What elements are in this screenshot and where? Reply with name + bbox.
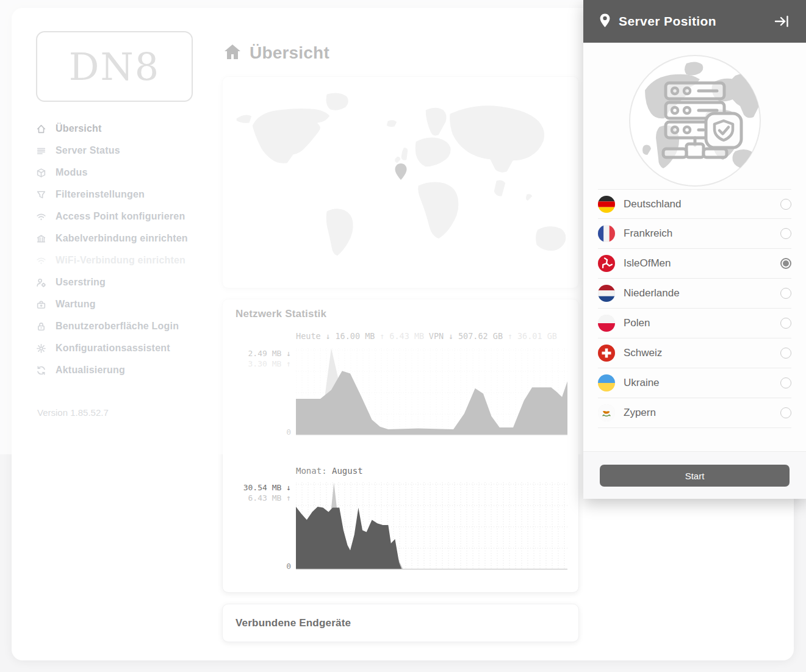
country-radio[interactable] <box>780 318 791 329</box>
country-row-isleofmen[interactable]: IsleOfMen <box>598 249 791 279</box>
country-row-deutschland[interactable]: Deutschland <box>598 189 791 219</box>
country-name: Polen <box>624 317 780 329</box>
country-list: DeutschlandFrankreichIsleOfMenNiederland… <box>598 189 791 428</box>
country-row-zypern[interactable]: Zypern <box>598 398 791 428</box>
collapse-drawer-icon[interactable] <box>774 14 790 29</box>
drawer-footer: Start <box>583 451 806 499</box>
country-radio[interactable] <box>780 407 791 418</box>
month-title: Monat: August <box>296 466 363 476</box>
month-ymax-download: 30.54 MB ↓ <box>225 483 291 492</box>
cy-flag-icon <box>598 404 615 421</box>
month-traffic-chart <box>296 482 567 570</box>
country-row-ukraine[interactable]: Ukraine <box>598 368 791 398</box>
chart-area-download <box>296 507 567 570</box>
month-ymax-upload: 6.43 MB ↑ <box>225 493 291 502</box>
page: DN8 ÜbersichtServer StatusModusFilterein… <box>0 0 806 672</box>
country-radio[interactable] <box>780 377 791 388</box>
country-radio[interactable] <box>780 288 791 299</box>
ua-flag-icon <box>598 374 615 391</box>
shield-check-icon <box>706 113 741 148</box>
country-row-schweiz[interactable]: Schweiz <box>598 338 791 368</box>
country-name: Frankreich <box>624 227 780 240</box>
ch-flag-icon <box>598 345 615 362</box>
country-name: Zypern <box>624 407 780 419</box>
country-radio[interactable] <box>780 348 791 359</box>
nl-flag-icon <box>598 285 615 302</box>
server-position-drawer: Server Position <box>583 0 806 499</box>
country-row-niederlande[interactable]: Niederlande <box>598 279 791 309</box>
pl-flag-icon <box>598 315 615 332</box>
country-row-frankreich[interactable]: Frankreich <box>598 219 791 249</box>
start-button[interactable]: Start <box>600 465 790 487</box>
country-row-polen[interactable]: Polen <box>598 309 791 338</box>
location-pin-icon <box>599 13 611 30</box>
im-flag-icon <box>598 255 615 272</box>
fr-flag-icon <box>598 225 615 242</box>
de-flag-icon <box>598 196 615 213</box>
country-name: IsleOfMen <box>624 257 780 270</box>
month-yzero: 0 <box>225 562 291 571</box>
country-radio[interactable] <box>780 228 791 239</box>
drawer-title: Server Position <box>619 14 774 29</box>
country-radio-selected[interactable] <box>780 258 791 269</box>
country-name: Schweiz <box>624 347 780 359</box>
connected-devices-card: Verbundene Endgeräte <box>222 604 579 642</box>
connected-devices-title: Verbundene Endgeräte <box>236 617 351 629</box>
country-name: Ukraine <box>624 377 780 389</box>
country-name: Niederlande <box>624 287 780 299</box>
country-radio[interactable] <box>780 199 791 210</box>
server-globe-illustration <box>628 54 762 190</box>
country-name: Deutschland <box>624 198 780 210</box>
drawer-header: Server Position <box>583 0 806 43</box>
